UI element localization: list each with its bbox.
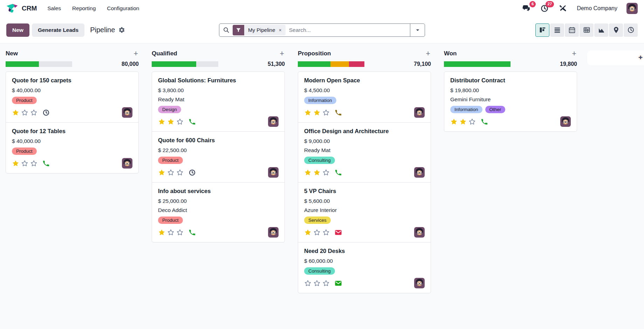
kanban-card[interactable]: 5 VP Chairs$ 5,600.00Azure InteriorServi… xyxy=(298,182,431,242)
kanban-card[interactable]: Distributor Contract$ 19,800.00Gemini Fu… xyxy=(444,71,577,132)
add-card-button[interactable]: + xyxy=(280,50,284,57)
nav-menu-reporting[interactable]: Reporting xyxy=(72,5,96,12)
progress-segment[interactable] xyxy=(6,61,39,67)
progress-segment[interactable] xyxy=(196,61,218,67)
view-switcher-list[interactable] xyxy=(550,23,564,37)
priority-star-filled[interactable] xyxy=(158,229,165,236)
priority-star-empty[interactable] xyxy=(322,169,330,176)
kanban-card[interactable]: Quote for 12 Tables$ 40,000.00Product xyxy=(6,122,139,173)
envelope-activity-icon[interactable] xyxy=(335,280,342,287)
salesperson-avatar[interactable] xyxy=(268,227,279,238)
search-input[interactable] xyxy=(286,27,410,33)
priority-star-filled[interactable] xyxy=(450,118,458,125)
kanban-card[interactable]: Modern Open Space$ 4,500.00Information xyxy=(298,71,431,123)
activities-button[interactable]: 27 xyxy=(540,4,549,13)
priority-star-empty[interactable] xyxy=(30,160,37,167)
envelope-activity-icon[interactable] xyxy=(335,229,342,236)
view-switcher-graph[interactable] xyxy=(594,23,608,37)
salesperson-avatar[interactable] xyxy=(268,167,279,178)
facet-remove-icon[interactable]: × xyxy=(278,27,286,33)
progress-segment[interactable] xyxy=(152,61,196,67)
phone-activity-icon[interactable] xyxy=(335,169,342,176)
progress-segment[interactable] xyxy=(39,61,72,67)
user-avatar[interactable] xyxy=(626,3,638,14)
kanban-card[interactable]: Quote for 150 carpets$ 40,000.00Product xyxy=(6,71,139,123)
priority-star-empty[interactable] xyxy=(313,280,321,287)
view-switcher-map[interactable] xyxy=(609,23,623,37)
add-card-button[interactable]: + xyxy=(426,50,430,57)
clock-activity-icon[interactable] xyxy=(189,169,196,176)
column-progressbar[interactable] xyxy=(298,61,364,67)
priority-star-empty[interactable] xyxy=(304,280,311,287)
priority-star-filled[interactable] xyxy=(459,118,467,125)
priority-star-filled[interactable] xyxy=(158,118,165,125)
kanban-card[interactable]: Global Solutions: Furnitures$ 3,800.00Re… xyxy=(152,71,285,132)
salesperson-avatar[interactable] xyxy=(122,158,132,169)
add-column-bar[interactable]: + xyxy=(587,50,644,65)
view-settings-button[interactable] xyxy=(118,27,125,33)
priority-star-empty[interactable] xyxy=(167,229,174,236)
view-switcher-pivot[interactable] xyxy=(580,23,594,37)
app-switcher[interactable]: CRM xyxy=(6,4,37,13)
search-dropdown-toggle[interactable] xyxy=(410,24,425,36)
salesperson-avatar[interactable] xyxy=(414,167,425,178)
column-progressbar[interactable] xyxy=(152,61,218,67)
new-button[interactable]: New xyxy=(6,23,29,37)
nav-menu-sales[interactable]: Sales xyxy=(47,5,61,12)
salesperson-avatar[interactable] xyxy=(414,107,425,118)
priority-star-filled[interactable] xyxy=(158,169,165,176)
progress-segment[interactable] xyxy=(444,61,511,67)
phone-activity-icon[interactable] xyxy=(189,229,196,236)
search-bar[interactable]: My Pipeline × xyxy=(219,23,425,37)
add-card-button[interactable]: + xyxy=(572,50,576,57)
priority-star-filled[interactable] xyxy=(12,160,19,167)
company-name[interactable]: Demo Company xyxy=(577,5,617,12)
messages-button[interactable]: 6 xyxy=(522,4,531,13)
search-facet[interactable]: My Pipeline × xyxy=(233,25,286,35)
priority-star-empty[interactable] xyxy=(167,169,174,176)
salesperson-avatar[interactable] xyxy=(560,116,571,127)
priority-star-filled[interactable] xyxy=(304,229,311,236)
phone-activity-icon[interactable] xyxy=(335,109,342,116)
priority-star-empty[interactable] xyxy=(313,229,321,236)
view-switcher-activity[interactable] xyxy=(624,23,638,37)
view-switcher-kanban[interactable] xyxy=(535,23,549,37)
kanban-card[interactable]: Info about services$ 25,000.00Deco Addic… xyxy=(152,182,285,242)
progress-segment[interactable] xyxy=(298,61,330,67)
salesperson-avatar[interactable] xyxy=(122,107,132,118)
priority-star-empty[interactable] xyxy=(322,229,330,236)
kanban-card[interactable]: Quote for 600 Chairs$ 22,500.00Product xyxy=(152,131,285,183)
add-column-button[interactable]: + xyxy=(638,53,643,62)
view-switcher-calendar[interactable] xyxy=(565,23,579,37)
phone-activity-icon[interactable] xyxy=(42,160,50,167)
salesperson-avatar[interactable] xyxy=(414,278,425,288)
kanban-card[interactable]: Office Design and Architecture$ 9,000.00… xyxy=(298,122,431,183)
priority-star-empty[interactable] xyxy=(176,118,184,125)
priority-star-empty[interactable] xyxy=(322,109,330,116)
salesperson-avatar[interactable] xyxy=(268,116,279,127)
phone-activity-icon[interactable] xyxy=(189,118,196,125)
priority-star-filled[interactable] xyxy=(313,169,321,176)
priority-star-empty[interactable] xyxy=(176,169,184,176)
progress-segment[interactable] xyxy=(349,61,364,67)
priority-star-filled[interactable] xyxy=(167,118,174,125)
systray-tools-button[interactable] xyxy=(559,4,568,13)
priority-star-empty[interactable] xyxy=(322,280,330,287)
add-card-button[interactable]: + xyxy=(133,50,138,57)
priority-star-filled[interactable] xyxy=(313,109,321,116)
column-progressbar[interactable] xyxy=(6,61,72,67)
priority-star-empty[interactable] xyxy=(21,160,28,167)
nav-menu-configuration[interactable]: Configuration xyxy=(107,5,139,12)
generate-leads-button[interactable]: Generate Leads xyxy=(32,23,84,37)
kanban-card[interactable]: Need 20 Desks$ 60,000.00Consulting xyxy=(298,242,431,293)
priority-star-empty[interactable] xyxy=(30,109,37,116)
priority-star-empty[interactable] xyxy=(468,118,476,125)
app-name[interactable]: CRM xyxy=(22,5,37,12)
priority-star-filled[interactable] xyxy=(304,109,311,116)
priority-star-filled[interactable] xyxy=(12,109,19,116)
progress-segment[interactable] xyxy=(330,61,349,67)
clock-activity-icon[interactable] xyxy=(42,109,50,116)
phone-activity-icon[interactable] xyxy=(481,118,488,125)
salesperson-avatar[interactable] xyxy=(414,227,425,238)
priority-star-empty[interactable] xyxy=(21,109,28,116)
